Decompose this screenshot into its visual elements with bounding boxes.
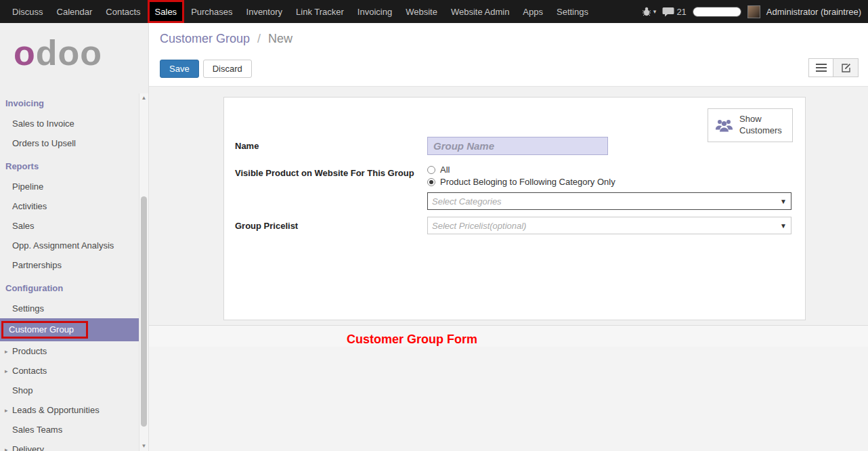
- radio-icon[interactable]: [427, 178, 435, 186]
- sidebar-menu: InvoicingSales to InvoiceOrders to Upsel…: [0, 72, 139, 451]
- sidebar-item-settings[interactable]: Settings: [0, 299, 139, 318]
- sidebar-item-products[interactable]: ▸Products: [0, 341, 139, 361]
- pricelist-select[interactable]: Select Pricelist(optional) ▼: [427, 217, 791, 234]
- form-buttons: Save Discard: [149, 46, 868, 78]
- sidebar-section-invoicing: Invoicing: [0, 90, 139, 114]
- logo-first-letter: o: [14, 33, 36, 72]
- sidebar-item-pipeline[interactable]: Pipeline: [0, 177, 139, 196]
- customers-icon: [715, 118, 733, 133]
- user-menu[interactable]: Administrator (braintree): [766, 7, 861, 17]
- messages-indicator[interactable]: 21: [662, 7, 686, 17]
- sidebar-section-reports: Reports: [0, 153, 139, 177]
- breadcrumb-separator: /: [257, 32, 261, 45]
- top-menu-discuss[interactable]: Discuss: [5, 0, 50, 23]
- radio-label: All: [440, 164, 450, 176]
- logo-rest: doo: [36, 33, 102, 72]
- expand-arrow-icon[interactable]: ▸: [5, 407, 8, 414]
- dropdown-caret-icon: ▼: [780, 222, 787, 230]
- sidebar-item-label: Activities: [12, 201, 47, 211]
- status-pill[interactable]: [693, 7, 741, 17]
- list-view-button[interactable]: [808, 58, 833, 77]
- view-switcher: [808, 58, 859, 77]
- top-menu-website[interactable]: Website: [399, 0, 444, 23]
- sidebar-item-activities[interactable]: Activities: [0, 196, 139, 216]
- sidebar-item-customer-group[interactable]: Customer Group: [0, 318, 139, 341]
- categories-placeholder: Select Categories: [432, 196, 502, 207]
- form-grid: Name Visible Product on Website For This…: [235, 137, 791, 234]
- top-navbar: DiscussCalendarContactsSalesPurchasesInv…: [0, 0, 868, 23]
- sidebar-item-leads-opportunities[interactable]: ▸Leads & Opportunities: [0, 400, 139, 420]
- odoo-logo: odoo: [0, 23, 148, 72]
- sidebar-item-label: Sales Teams: [12, 425, 62, 435]
- pricelist-row: Group Pricelist Select Pricelist(optiona…: [235, 217, 791, 234]
- sidebar-scrollbar[interactable]: ▲ ▼: [139, 93, 148, 451]
- top-menu-invoicing[interactable]: Invoicing: [351, 0, 399, 23]
- expand-arrow-icon[interactable]: ▸: [5, 446, 8, 451]
- sidebar-item-contacts[interactable]: ▸Contacts: [0, 361, 139, 381]
- sidebar-item-label: Customer Group: [1, 321, 88, 339]
- top-menu-settings[interactable]: Settings: [550, 0, 595, 23]
- save-button[interactable]: Save: [160, 60, 199, 78]
- bug-icon: [642, 7, 651, 16]
- visibility-radio-group: AllProduct Beloging to Following Categor…: [427, 164, 791, 188]
- top-menu-website-admin[interactable]: Website Admin: [444, 0, 516, 23]
- sidebar-item-orders-to-upsell[interactable]: Orders to Upsell: [0, 133, 139, 153]
- sidebar-item-label: Opp. Assignment Analysis: [12, 240, 114, 251]
- radio-label: Product Beloging to Following Category O…: [440, 176, 615, 188]
- list-icon: [816, 64, 827, 72]
- sidebar-item-label: Orders to Upsell: [12, 138, 76, 148]
- top-menu-purchases[interactable]: Purchases: [184, 0, 239, 23]
- breadcrumb-parent[interactable]: Customer Group: [160, 32, 250, 45]
- form-view-button[interactable]: [833, 58, 859, 77]
- scrollbar-thumb[interactable]: [141, 196, 147, 427]
- sidebar-item-opp-assignment-analysis[interactable]: Opp. Assignment Analysis: [0, 236, 139, 255]
- scroll-up-icon[interactable]: ▲: [139, 93, 148, 103]
- sidebar-item-sales[interactable]: Sales: [0, 216, 139, 236]
- top-menu-apps[interactable]: Apps: [516, 0, 550, 23]
- sidebar-item-label: Contacts: [12, 366, 47, 376]
- topbar-right: ▾ 21 Administrator (braintree): [642, 0, 868, 23]
- sidebar-item-label: Settings: [12, 303, 44, 314]
- discard-button[interactable]: Discard: [203, 60, 252, 78]
- sidebar-item-partnerships[interactable]: Partnerships: [0, 255, 139, 275]
- top-menu-sales[interactable]: Sales: [148, 0, 185, 23]
- categories-select[interactable]: Select Categories ▼: [427, 192, 791, 210]
- visible-product-label: Visible Product on Website For This Grou…: [235, 164, 427, 210]
- radio-icon[interactable]: [427, 166, 435, 174]
- edit-form-icon: [841, 63, 851, 73]
- debug-menu[interactable]: ▾: [642, 7, 657, 16]
- main-area: Customer Group / New Save Discard: [149, 23, 868, 451]
- pricelist-label: Group Pricelist: [235, 217, 427, 234]
- sidebar-item-label: Shop: [12, 385, 32, 395]
- message-count: 21: [676, 7, 686, 17]
- top-menu: DiscussCalendarContactsSalesPurchasesInv…: [0, 0, 595, 23]
- top-menu-inventory[interactable]: Inventory: [240, 0, 289, 23]
- top-menu-calendar[interactable]: Calendar: [50, 0, 100, 23]
- sidebar-item-delivery[interactable]: ▸Delivery: [0, 439, 139, 451]
- visible-product-row: Visible Product on Website For This Grou…: [235, 164, 791, 210]
- expand-arrow-icon[interactable]: ▸: [5, 368, 8, 374]
- customer-group-form: Show Customers Name Visible Product on W…: [223, 97, 806, 320]
- sidebar-item-label: Sales: [12, 221, 35, 231]
- radio-option-all[interactable]: All: [427, 164, 791, 176]
- breadcrumb: Customer Group / New: [149, 23, 868, 46]
- expand-arrow-icon[interactable]: ▸: [5, 348, 8, 355]
- sidebar-item-shop[interactable]: Shop: [0, 381, 139, 400]
- radio-option-product-beloging-to-following-category-only[interactable]: Product Beloging to Following Category O…: [427, 176, 791, 188]
- avatar: [747, 5, 760, 18]
- sidebar-item-label: Sales to Invoice: [12, 119, 74, 129]
- name-row: Name: [235, 137, 791, 155]
- sidebar-item-label: Delivery: [12, 444, 44, 451]
- sidebar-item-label: Partnerships: [12, 260, 62, 270]
- name-label: Name: [235, 137, 427, 155]
- top-menu-contacts[interactable]: Contacts: [99, 0, 147, 23]
- top-menu-link-tracker[interactable]: Link Tracker: [289, 0, 351, 23]
- chat-bubble-icon: [662, 7, 674, 17]
- sidebar-item-sales-teams[interactable]: Sales Teams: [0, 420, 139, 439]
- annotation-caption: Customer Group Form: [347, 332, 477, 347]
- sidebar: odoo InvoicingSales to InvoiceOrders to …: [0, 23, 149, 451]
- group-name-input[interactable]: [427, 137, 608, 155]
- scroll-down-icon[interactable]: ▼: [139, 442, 148, 451]
- sidebar-item-sales-to-invoice[interactable]: Sales to Invoice: [0, 114, 139, 133]
- breadcrumb-current: New: [268, 32, 292, 45]
